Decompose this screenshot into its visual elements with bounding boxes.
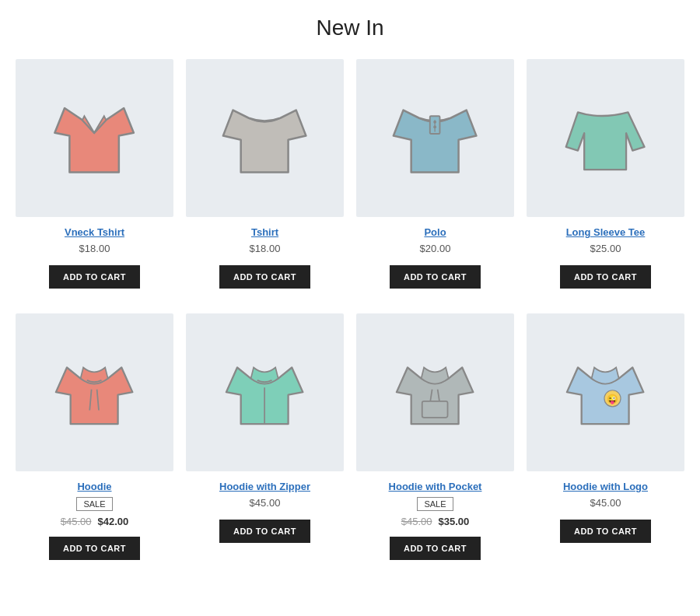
original-price: $45.00 (401, 516, 432, 527)
add-to-cart-button[interactable]: ADD TO CART (560, 265, 651, 289)
add-to-cart-button[interactable]: ADD TO CART (49, 265, 140, 289)
price-area: $45.00 (590, 497, 621, 510)
product-card-tshirt: Tshirt $18.00 ADD TO CART (186, 59, 344, 301)
product-name-link[interactable]: Vneck Tshirt (65, 226, 124, 238)
add-to-cart-button[interactable]: ADD TO CART (390, 537, 481, 560)
price-area: SALE $45.00 $35.00 (401, 497, 470, 527)
price: $20.00 (420, 243, 451, 254)
product-image-wrapper (16, 313, 173, 471)
product-card-hoodie-zipper: Hoodie with Zipper $45.00 ADD TO CART (186, 313, 344, 572)
product-name-link[interactable]: Hoodie with Zipper (219, 481, 310, 492)
svg-text:😜: 😜 (607, 394, 618, 404)
product-image-wrapper (356, 59, 514, 217)
add-to-cart-button[interactable]: ADD TO CART (390, 265, 481, 289)
product-card-hoodie-pocket: Hoodie with Pocket SALE $45.00 $35.00 AD… (356, 313, 514, 572)
product-image-wrapper (186, 59, 344, 217)
product-name-link[interactable]: Hoodie with Logo (563, 481, 648, 492)
product-name-link[interactable]: Polo (424, 226, 446, 238)
price: $25.00 (590, 243, 621, 254)
svg-rect-7 (422, 401, 448, 418)
add-to-cart-button[interactable]: ADD TO CART (49, 537, 140, 560)
product-card-hoodie-logo: 😜 Hoodie with Logo $45.00 ADD TO CART (527, 313, 684, 572)
sale-badge: SALE (417, 497, 453, 511)
price: $18.00 (250, 243, 281, 254)
sale-price: $42.00 (98, 516, 129, 527)
price-area: SALE $45.00 $42.00 (61, 497, 129, 527)
price-area: $18.00 (250, 243, 281, 256)
product-name-link[interactable]: Hoodie with Pocket (389, 481, 482, 492)
product-image-wrapper: 😜 (527, 313, 684, 471)
product-card-polo: Polo $20.00 ADD TO CART (356, 59, 514, 301)
product-image-wrapper (186, 313, 344, 471)
price: $45.00 (590, 497, 621, 509)
product-card-vneck-tshirt: Vneck Tshirt $18.00 ADD TO CART (16, 59, 173, 301)
price-area: $25.00 (590, 243, 621, 256)
price: $45.00 (250, 497, 281, 509)
add-to-cart-button[interactable]: ADD TO CART (560, 520, 651, 543)
add-to-cart-button[interactable]: ADD TO CART (219, 265, 310, 289)
product-name-link[interactable]: Tshirt (251, 226, 278, 238)
svg-point-2 (434, 121, 437, 124)
price: $18.00 (79, 243, 110, 254)
product-card-hoodie: Hoodie SALE $45.00 $42.00 ADD TO CART (16, 313, 173, 572)
original-price: $45.00 (61, 516, 92, 527)
product-name-link[interactable]: Long Sleeve Tee (566, 226, 646, 238)
sale-badge: SALE (76, 497, 112, 511)
add-to-cart-button[interactable]: ADD TO CART (219, 520, 310, 543)
page-title: New In (16, 16, 684, 40)
product-image-wrapper (527, 59, 684, 217)
svg-point-3 (434, 126, 437, 129)
price-area: $20.00 (420, 243, 451, 256)
product-image-wrapper (16, 59, 173, 217)
sale-price: $35.00 (439, 516, 470, 527)
product-grid: Vneck Tshirt $18.00 ADD TO CART Tshirt $… (16, 59, 684, 572)
product-name-link[interactable]: Hoodie (77, 481, 111, 492)
product-card-long-sleeve-tee: Long Sleeve Tee $25.00 ADD TO CART (527, 59, 684, 301)
price-area: $18.00 (79, 243, 110, 256)
product-image-wrapper (356, 313, 514, 471)
price-area: $45.00 (250, 497, 281, 510)
